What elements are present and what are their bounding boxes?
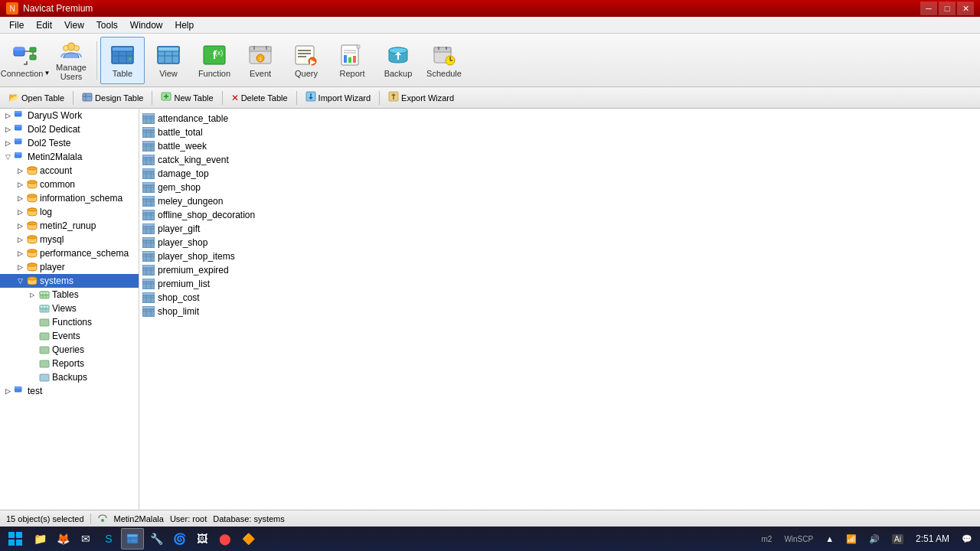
table-row[interactable]: damage_top [139,167,980,181]
menu-help[interactable]: Help [169,18,201,32]
table-row[interactable]: premium_list [139,277,980,291]
close-button[interactable]: ✕ [957,2,974,15]
folder-queries-icon [38,344,51,356]
taskbar-explorer[interactable]: 📁 [29,528,51,549]
action-sep-5 [379,91,380,105]
table-row[interactable]: premium_expired [139,263,980,277]
sidebar-item-player[interactable]: ▷ player [0,260,139,274]
maximize-button[interactable]: □ [939,2,956,15]
svg-text:!: ! [260,56,262,63]
taskbar-skype[interactable]: S [98,528,119,549]
toolbar-schedule-button[interactable]: Schedule [422,37,466,84]
menu-bar: File Edit View Tools Window Help [0,17,980,34]
toolbar-event-button[interactable]: ! Event [238,37,283,84]
sidebar-item-performance-schema[interactable]: ▷ performance_schema [0,246,139,260]
sidebar-item-mysql[interactable]: ▷ mysql [0,233,139,246]
toolbar-function-button[interactable]: f (x) Function [192,37,237,84]
delete-table-button[interactable]: ✕ Delete Table [226,90,293,106]
sidebar-item-reports[interactable]: Reports [0,357,139,370]
table-name: premium_expired [158,265,229,276]
toolbar-backup-button[interactable]: Backup [376,37,420,84]
svg-point-7 [64,45,69,51]
sidebar-item-views[interactable]: Views [0,302,139,315]
toolbar-manage-users-button[interactable]: Manage Users [49,37,93,84]
tray-expand[interactable]: ▲ [821,528,838,549]
sidebar-item-functions[interactable]: Functions [0,315,139,329]
taskbar-mail[interactable]: ✉ [75,528,96,549]
sidebar-item-information-schema[interactable]: ▷ information_schema [0,191,139,205]
taskbar-m2[interactable]: m2 [756,528,776,549]
minimize-button[interactable]: ─ [920,2,937,15]
svg-rect-1 [14,47,24,51]
table-row[interactable]: meley_dungeon [139,194,980,208]
tray-clock[interactable]: 2:51 AM [911,528,954,549]
svg-rect-73 [15,152,21,155]
svg-text:▶: ▶ [310,58,316,66]
sidebar-item-metin2-runup[interactable]: ▷ metin2_runup [0,219,139,233]
table-row[interactable]: shop_cost [139,291,980,305]
table-row[interactable]: attendance_table [139,112,980,126]
table-row[interactable]: player_gift [139,222,980,236]
table-row[interactable]: battle_week [139,139,980,153]
toolbar-view-button[interactable]: View [146,37,191,84]
taskbar-misc2[interactable]: 🌀 [168,528,190,549]
sidebar-item-account[interactable]: ▷ account [0,164,139,178]
toolbar-table-button[interactable]: Table [100,37,145,84]
sidebar-item-dol2dedicat[interactable]: ▷ Dol2 Dedicat [0,122,139,136]
table-name: player_shop_items [158,251,235,262]
tray-ai[interactable]: Ai [887,528,908,549]
tray-notification[interactable]: 💬 [957,528,977,549]
taskbar-misc4[interactable]: ⬤ [214,528,236,549]
sidebar-item-daryus[interactable]: ▷ DaryuS Work [0,109,139,122]
sidebar-item-test[interactable]: ▷ test [0,384,139,398]
backups-node-label: Backups [52,372,87,383]
action-sep-2 [152,91,152,105]
taskbar-misc3[interactable]: 🖼 [191,528,213,549]
sidebar-item-common[interactable]: ▷ common [0,178,139,191]
tray-network[interactable]: 📶 [841,528,861,549]
sidebar-item-systems[interactable]: ▽ systems [0,274,139,288]
menu-view[interactable]: View [58,18,90,32]
menu-tools[interactable]: Tools [90,18,124,32]
toolbar-query-button[interactable]: ▶ Query [284,37,328,84]
table-row[interactable]: offline_shop_decoration [139,208,980,222]
table-row[interactable]: battle_total [139,126,980,139]
taskbar-misc5[interactable]: 🔶 [237,528,259,549]
table-row[interactable]: player_shop_items [139,249,980,263]
design-table-button[interactable]: Design Table [77,90,149,106]
start-button[interactable] [3,528,28,549]
db-information-schema-icon [26,192,38,204]
import-wizard-button[interactable]: Import Wizard [300,90,376,106]
report-icon [340,43,364,67]
sidebar-item-dol2teste[interactable]: ▷ Dol2 Teste [0,136,139,150]
explorer-icon: 📁 [34,533,46,545]
svg-rect-54 [83,93,92,101]
report-label: Report [339,69,364,78]
toolbar-connection-button[interactable]: Connection ▼ [3,37,47,84]
table-row[interactable]: shop_limit [139,305,980,318]
menu-file[interactable]: File [3,18,30,32]
menu-edit[interactable]: Edit [30,18,58,32]
tray-volume[interactable]: 🔊 [864,528,884,549]
table-row[interactable]: catck_king_event [139,153,980,167]
sidebar-item-queries[interactable]: Queries [0,343,139,357]
open-table-button[interactable]: 📂 Open Table [3,90,70,106]
taskbar-winscp[interactable]: WinSCP [779,528,818,549]
sidebar-item-backups[interactable]: Backups [0,370,139,384]
menu-window[interactable]: Window [124,18,169,32]
sidebar-item-tables[interactable]: ▷ Tables [0,288,139,302]
taskbar-misc1[interactable]: 🔧 [145,528,167,549]
taskbar-browser[interactable]: 🦊 [52,528,74,549]
svg-rect-190 [127,534,138,537]
performance-schema-label: performance_schema [40,248,129,259]
export-wizard-button[interactable]: Export Wizard [383,90,459,106]
sidebar-item-metin2malala[interactable]: ▽ Metin2Malala [0,150,139,164]
table-row[interactable]: gem_shop [139,181,980,194]
sidebar-item-events[interactable]: Events [0,329,139,343]
sidebar-item-log[interactable]: ▷ log [0,205,139,219]
new-table-button[interactable]: New Table [155,90,218,106]
toolbar-report-button[interactable]: Report [330,37,374,84]
taskbar-navicat[interactable] [121,528,144,549]
table-row[interactable]: player_shop [139,236,980,249]
db-systems-icon [26,275,38,287]
